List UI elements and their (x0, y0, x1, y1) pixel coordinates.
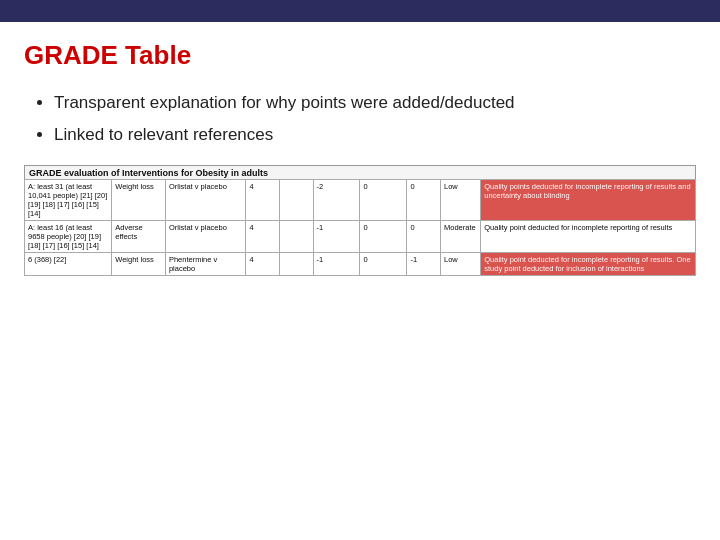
r1-studies: A: least 31 (at least 10,041 people) [21… (25, 179, 112, 220)
data-row-3: 6 (368) [22] Weight loss Phentermine v p… (25, 252, 696, 275)
r2-comment: Quality point deducted for incomplete re… (481, 220, 696, 252)
r1-directness: 0 (360, 179, 407, 220)
r1-grade: Low (440, 179, 480, 220)
r3-comparison: Phentermine v placebo (165, 252, 246, 275)
r2-grade: Moderate (440, 220, 480, 252)
r3-consistency: -1 (313, 252, 360, 275)
r3-comment: Quality point deducted for incomplete re… (481, 252, 696, 275)
r1-comparison: Orlistat v placebo (165, 179, 246, 220)
r1-consistency: -2 (313, 179, 360, 220)
bullet-list: Transparent explanation for why points w… (54, 91, 696, 147)
r2-effect: 0 (407, 220, 441, 252)
r2-directness: 0 (360, 220, 407, 252)
r1-effect: 0 (407, 179, 441, 220)
bullet-2: Linked to relevant references (54, 123, 696, 147)
grade-table-section: GRADE evaluation of Interventions for Ob… (24, 165, 696, 276)
grade-table-full: A: least 31 (at least 10,041 people) [21… (24, 179, 696, 276)
r1-quality (279, 179, 313, 220)
r1-comment: Quality points deducted for incomplete r… (481, 179, 696, 220)
top-bar (0, 0, 720, 22)
r2-evidence: 4 (246, 220, 280, 252)
r3-directness: 0 (360, 252, 407, 275)
data-row-2: A: least 16 (at least 9658 people) [20] … (25, 220, 696, 252)
r2-outcome: Adverse effects (112, 220, 166, 252)
r3-studies: 6 (368) [22] (25, 252, 112, 275)
r2-quality (279, 220, 313, 252)
r2-comparison: Orlistat v placebo (165, 220, 246, 252)
r3-outcome: Weight loss (112, 252, 166, 275)
r3-quality (279, 252, 313, 275)
grade-table-title: GRADE evaluation of Interventions for Ob… (24, 165, 696, 180)
page-title: GRADE Table (24, 40, 696, 71)
r1-evidence: 4 (246, 179, 280, 220)
r2-studies: A: least 16 (at least 9658 people) [20] … (25, 220, 112, 252)
r3-effect: -1 (407, 252, 441, 275)
r3-evidence: 4 (246, 252, 280, 275)
r2-consistency: -1 (313, 220, 360, 252)
r1-outcome: Weight loss (112, 179, 166, 220)
bullet-1: Transparent explanation for why points w… (54, 91, 696, 115)
data-row-1: A: least 31 (at least 10,041 people) [21… (25, 179, 696, 220)
main-content: GRADE Table Transparent explanation for … (0, 22, 720, 286)
r3-grade: Low (440, 252, 480, 275)
